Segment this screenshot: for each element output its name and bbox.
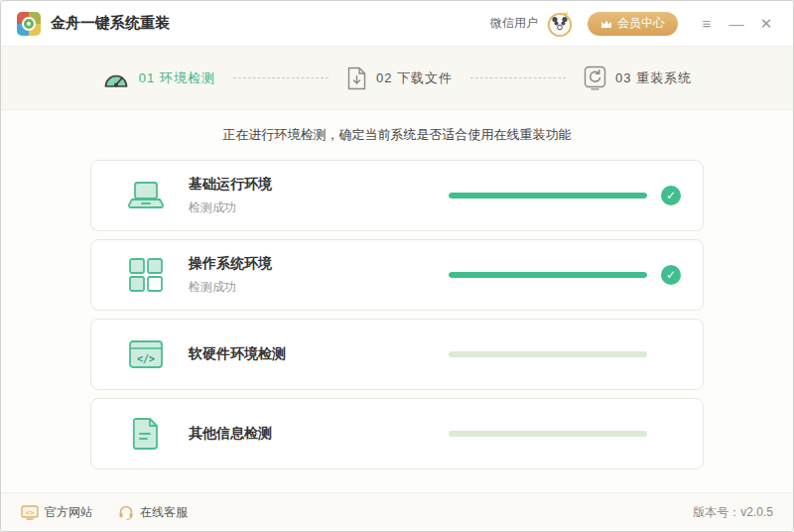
- step-download-files: 02 下载文件: [346, 66, 453, 90]
- step-connector: [233, 77, 329, 78]
- document-icon: [127, 417, 165, 451]
- gauge-icon: [102, 66, 130, 89]
- laptop-icon: [127, 181, 165, 210]
- step-connector: [470, 77, 566, 78]
- step2-label: 下载文件: [397, 70, 453, 85]
- minimize-icon[interactable]: —: [724, 11, 749, 37]
- reinstall-icon: [584, 66, 606, 90]
- detection-card-list: 基础运行环境 检测成功 ✓ 操作: [90, 160, 704, 469]
- close-icon[interactable]: ✕: [753, 11, 779, 37]
- user-name-label: 微信用户: [490, 15, 538, 32]
- step1-label: 环境检测: [160, 70, 215, 85]
- svg-text:</>: </>: [137, 353, 155, 364]
- headset-icon: [118, 504, 134, 520]
- progress-bar: [449, 351, 647, 357]
- website-icon: <>: [21, 505, 39, 520]
- main-content: 正在进行环境检测，确定当前系统是否适合使用在线重装功能 基础运行环境 检测成功: [1, 110, 793, 492]
- menu-icon[interactable]: ≡: [694, 11, 720, 37]
- step3-number: 03: [615, 70, 631, 85]
- card-title: 其他信息检测: [189, 425, 449, 443]
- member-center-button[interactable]: 会员中心: [588, 12, 678, 36]
- card-basic-runtime: 基础运行环境 检测成功 ✓: [90, 160, 704, 231]
- check-circle-icon: ✓: [661, 265, 681, 285]
- app-window: 金舟一键系统重装 微信用户 会员中心 ≡ — ✕: [0, 0, 794, 532]
- progress-bar: [449, 431, 647, 437]
- progress-bar: [449, 193, 647, 199]
- member-center-label: 会员中心: [617, 15, 665, 32]
- download-file-icon: [346, 66, 367, 90]
- card-title: 操作系统环境: [189, 255, 449, 273]
- card-status-text: 检测成功: [189, 200, 449, 216]
- step-reinstall-system: 03 重装系统: [584, 66, 692, 90]
- footer-bar: <> 官方网站 在线客服 版本号：v2.0.5: [1, 492, 793, 531]
- app-title: 金舟一键系统重装: [51, 14, 170, 33]
- window-controls: ≡ — ✕: [694, 11, 779, 37]
- step2-number: 02: [376, 70, 392, 85]
- online-support-link[interactable]: 在线客服: [118, 504, 188, 521]
- progress-bar: [449, 272, 647, 278]
- card-os-environment: 操作系统环境 检测成功 ✓: [90, 239, 704, 311]
- step1-number: 01: [139, 70, 155, 85]
- wizard-steps-bar: 01 环境检测 02 下载文件 03 重装系统: [1, 47, 793, 110]
- official-website-label: 官方网站: [45, 504, 92, 521]
- crown-icon: [600, 19, 612, 29]
- version-label: 版本号：v2.0.5: [693, 504, 773, 521]
- app-logo-icon: [17, 12, 41, 36]
- title-bar: 金舟一键系统重装 微信用户 会员中心 ≡ — ✕: [1, 1, 793, 47]
- user-avatar[interactable]: [546, 10, 574, 38]
- card-status-text: 检测成功: [189, 279, 449, 296]
- card-other-info: 其他信息检测 ✓: [90, 398, 704, 469]
- online-support-label: 在线客服: [140, 504, 188, 521]
- card-title: 软硬件环境检测: [189, 345, 449, 363]
- step3-label: 重装系统: [636, 70, 692, 85]
- status-message: 正在进行环境检测，确定当前系统是否适合使用在线重装功能: [1, 126, 793, 144]
- svg-text:<>: <>: [26, 508, 34, 516]
- card-software-hardware: </> 软硬件环境检测 ✓: [90, 319, 704, 390]
- check-circle-icon: ✓: [661, 186, 681, 205]
- official-website-link[interactable]: <> 官方网站: [21, 504, 92, 521]
- step-environment-check: 01 环境检测: [102, 66, 215, 89]
- code-window-icon: </>: [127, 339, 165, 369]
- card-title: 基础运行环境: [189, 176, 449, 194]
- os-windows-icon: [127, 258, 165, 292]
